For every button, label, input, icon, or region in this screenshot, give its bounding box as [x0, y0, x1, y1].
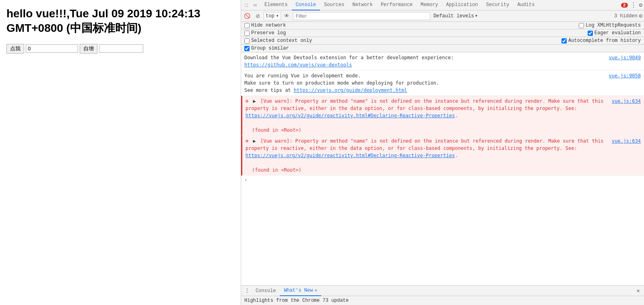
file-ref-error-1[interactable]: vue.js:634 — [612, 98, 641, 105]
console-toolbar: 🚫 ⊘ top ▾ 👁 Default levels ▾ 3 hidden ⚙ — [241, 10, 644, 22]
selected-context-label[interactable]: Selected context only — [244, 38, 312, 44]
webpage-controls: 点我 自增 — [6, 44, 234, 54]
clear-console-button[interactable]: 🚫 — [243, 12, 252, 21]
bottom-tab-dots-icon[interactable]: ⋮ — [243, 287, 252, 294]
selected-context-text: Selected context only — [251, 38, 312, 44]
eye-icon[interactable]: 👁 — [283, 12, 291, 21]
filter-input[interactable] — [293, 12, 430, 20]
tab-icons: ⬚ ▭ — [243, 2, 259, 9]
increment-button[interactable]: 自增 — [80, 44, 97, 54]
default-levels-label: Default levels — [433, 13, 474, 19]
reactivity-link-2[interactable]: https://vuejs.org/v2/guide/reactivity.ht… — [246, 153, 455, 158]
eager-eval-checkbox[interactable] — [588, 31, 593, 36]
hide-network-checkbox[interactable] — [244, 23, 250, 28]
file-ref-1[interactable]: vue.js:9049 — [609, 54, 641, 61]
file-ref-error-2[interactable]: vue.js:634 — [612, 137, 641, 145]
found-in-2: (found in <Root>) — [246, 167, 301, 173]
expand-icon-1[interactable]: ▶ — [253, 98, 256, 104]
bottom-tab-close-icon[interactable]: ✕ — [314, 288, 317, 293]
console-msg-1: vue.js:9049 Download the Vue Devtools ex… — [241, 52, 644, 71]
settings-row-1: Hide network Log XMLHttpRequests — [241, 22, 644, 29]
bottom-tab-whatsnew-label: What's New — [284, 288, 313, 293]
autocomplete-checkbox[interactable] — [561, 38, 567, 44]
value-input[interactable] — [26, 44, 78, 53]
reactivity-link-1[interactable]: https://vuejs.org/v2/guide/reactivity.ht… — [246, 113, 455, 118]
settings-row-2: Preserve log Eager evaluation — [241, 29, 644, 37]
autocomplete-label[interactable]: Autocomplete from history — [561, 38, 641, 44]
bottom-tab-console-label: Console — [256, 288, 276, 294]
hidden-count: 3 hidden — [614, 13, 638, 19]
log-xmlhttp-checkbox[interactable] — [579, 23, 584, 28]
console-msg-2: vue.js:9058 You are running Vue in devel… — [241, 71, 644, 96]
devtools-close-button[interactable]: ✕ — [634, 287, 642, 294]
device-icon[interactable]: ▭ — [252, 2, 259, 9]
devtools-tab-bar: ⬚ ▭ Elements Console Sources Network Per… — [241, 0, 644, 10]
prompt-arrow: › — [244, 177, 247, 183]
preserve-log-text: Preserve log — [251, 30, 286, 36]
found-in-1: (found in <Root>) — [246, 127, 301, 133]
context-selector[interactable]: top ▾ — [264, 12, 281, 20]
devtools-bottom: ⋮ Console What's New ✕ ✕ Highlights from… — [241, 285, 644, 305]
settings-row-3: Selected context only Autocomplete from … — [241, 37, 644, 45]
file-ref-2[interactable]: vue.js:9058 — [609, 72, 641, 79]
inspect-icon[interactable]: ⬚ — [243, 2, 250, 9]
expand-icon-2[interactable]: ▶ — [253, 138, 256, 144]
tab-elements[interactable]: Elements — [260, 0, 292, 10]
console-filter-icon[interactable]: ⊘ — [253, 12, 262, 21]
error-icon-1: ⊗ — [246, 98, 248, 104]
bottom-tab-whatsnew[interactable]: What's New ✕ — [280, 286, 321, 296]
autocomplete-text: Autocomplete from history — [568, 38, 641, 44]
bottom-content-text: Highlights from the Chrome 73 update — [244, 298, 349, 303]
tab-memory[interactable]: Memory — [417, 0, 442, 10]
color-input[interactable] — [99, 44, 143, 53]
preserve-log-label[interactable]: Preserve log — [244, 30, 286, 36]
bottom-tab-bar: ⋮ Console What's New ✕ ✕ — [241, 286, 644, 296]
settings-icon[interactable]: ⚙ — [639, 2, 642, 8]
log-xmlhttp-text: Log XMLHttpRequests — [586, 23, 641, 28]
bottom-content: Highlights from the Chrome 73 update — [241, 296, 644, 305]
eager-eval-text: Eager evaluation — [594, 30, 641, 36]
default-levels-selector[interactable]: Default levels ▾ — [432, 13, 479, 19]
console-msg-error-1: vue.js:634 ⊗ ▶ [Vue warn]: Property or m… — [241, 96, 644, 136]
console-prompt: › — [241, 176, 644, 185]
error-badge: 2 — [621, 3, 628, 8]
console-output: vue.js:9049 Download the Vue Devtools ex… — [241, 52, 644, 285]
group-similar-label[interactable]: Group similar — [244, 46, 289, 51]
tab-audits[interactable]: Audits — [513, 0, 539, 10]
preserve-log-checkbox[interactable] — [244, 31, 250, 36]
tab-security[interactable]: Security — [482, 0, 514, 10]
page-title: hello vue!!!,Tue Jul 09 2019 10:24:13 GM… — [6, 6, 234, 36]
tab-sources[interactable]: Sources — [320, 0, 348, 10]
log-xmlhttp-label[interactable]: Log XMLHttpRequests — [579, 23, 641, 28]
click-button[interactable]: 点我 — [6, 44, 24, 54]
context-value: top — [266, 13, 275, 19]
hide-network-label[interactable]: Hide network — [244, 23, 286, 28]
settings-row-4: Group similar — [241, 45, 644, 52]
tabs-right: 2 ⋮ ⚙ — [621, 1, 642, 9]
more-options-icon[interactable]: ⋮ — [630, 1, 637, 9]
console-settings-icon[interactable]: ⚙ — [639, 12, 642, 19]
group-similar-checkbox[interactable] — [244, 46, 250, 51]
tab-application[interactable]: Application — [442, 0, 482, 10]
error-icon-2: ⊗ — [246, 138, 248, 144]
eager-eval-label[interactable]: Eager evaluation — [588, 30, 641, 36]
selected-context-checkbox[interactable] — [244, 38, 250, 44]
console-msg-error-2: vue.js:634 ⊗ ▶ [Vue warn]: Property or m… — [241, 136, 644, 176]
context-dropdown-icon: ▾ — [276, 13, 279, 19]
vue-devtools-link[interactable]: https://github.com/vuejs/vue-devtools — [244, 62, 352, 68]
devtools-panel: ⬚ ▭ Elements Console Sources Network Per… — [241, 0, 644, 305]
group-similar-text: Group similar — [251, 46, 289, 51]
webpage-panel: hello vue!!!,Tue Jul 09 2019 10:24:13 GM… — [0, 0, 241, 305]
tab-network[interactable]: Network — [348, 0, 376, 10]
hide-network-text: Hide network — [251, 23, 286, 28]
deployment-link[interactable]: https://vuejs.org/guide/deployment.html — [294, 87, 407, 93]
tab-performance[interactable]: Performance — [377, 0, 417, 10]
bottom-tab-console[interactable]: Console — [252, 286, 280, 296]
tab-console[interactable]: Console — [292, 0, 320, 10]
default-levels-icon: ▾ — [475, 13, 478, 19]
